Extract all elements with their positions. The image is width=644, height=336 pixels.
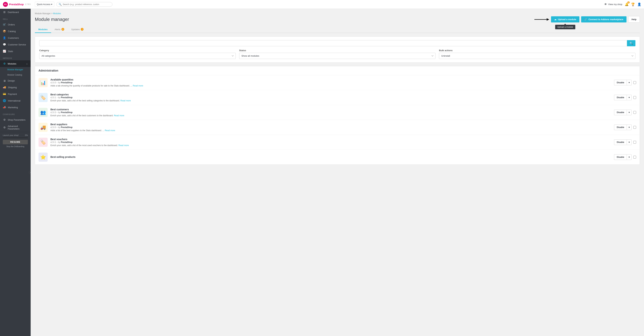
sidebar-collapse-button[interactable]: « xyxy=(29,171,31,174)
sidebar-item-shipping[interactable]: 🚚 Shipping xyxy=(0,84,31,91)
module-checkbox[interactable] xyxy=(633,81,636,84)
stats-icon: 📈 xyxy=(3,50,6,53)
module-info: Available quantities v2.0.0 - by PrestaS… xyxy=(50,78,611,87)
module-meta: v2.0.1 - by PrestaShop xyxy=(50,96,611,99)
progress-bar-bg xyxy=(3,137,28,138)
brand-name: PrestaShop xyxy=(9,3,24,6)
catalog-icon: 📦 xyxy=(3,30,6,33)
read-more-link[interactable]: Read more xyxy=(133,85,143,87)
module-search-button[interactable]: 🔍 xyxy=(627,40,636,46)
advanced-params-icon: ⚙ xyxy=(3,126,6,129)
upload-module-button[interactable]: ☁ Upload a module xyxy=(551,16,580,23)
tab-alerts[interactable]: Alerts 3 xyxy=(51,26,68,33)
read-more-link[interactable]: Read more xyxy=(118,144,129,147)
user-account-button[interactable]: 👤 xyxy=(637,3,641,6)
module-checkbox[interactable] xyxy=(633,96,636,99)
view-my-shop-link[interactable]: 👁 View my shop xyxy=(604,3,622,6)
module-actions: Disable ▾ xyxy=(614,95,636,100)
module-search-input[interactable] xyxy=(39,40,627,46)
module-action-dropdown[interactable]: ▾ xyxy=(627,110,632,115)
module-action-dropdown[interactable]: ▾ xyxy=(627,124,632,130)
module-info: Best customers v2.0.3 - by PrestaShop En… xyxy=(50,108,611,117)
quick-access-chevron-icon: ▾ xyxy=(51,3,52,6)
sidebar-item-stats[interactable]: 📈 Stats xyxy=(0,48,31,55)
category-filter-group: Category All categories xyxy=(39,49,236,59)
read-more-link[interactable]: Read more xyxy=(105,129,115,132)
stop-onboarding-link[interactable]: Stop the OnBoarding xyxy=(3,145,28,147)
connect-addons-button[interactable]: 🔗 Connect to Addons marketplace xyxy=(581,16,626,23)
sidebar-item-international[interactable]: 🌐 International xyxy=(0,97,31,104)
bulk-actions-label: Bulk actions xyxy=(439,49,636,52)
improve-section-label: IMPROVE xyxy=(0,55,31,60)
resume-button[interactable]: RESUME xyxy=(3,140,28,144)
sell-section-label: SELL xyxy=(0,16,31,21)
status-select[interactable]: Show all modules xyxy=(239,53,436,59)
quick-access-label: Quick Access xyxy=(37,3,50,6)
module-meta: v2.0.1 - by PrestaShop xyxy=(50,141,611,143)
tab-modules[interactable]: Modules xyxy=(35,26,51,33)
module-item: ⭐ Best-selling products Disable ▾ xyxy=(35,150,640,164)
module-action-dropdown[interactable]: ▾ xyxy=(627,139,632,145)
bulk-actions-select[interactable]: Uninstall xyxy=(439,53,636,59)
module-item: 📊 Available quantities v2.0.0 - by Prest… xyxy=(35,75,640,90)
sidebar-item-dashboard[interactable]: ⊞ Dashboard xyxy=(0,9,31,16)
module-section: Administration 📊 Available quantities v2… xyxy=(35,66,640,165)
search-icon: 🔍 xyxy=(59,3,62,6)
module-checkbox[interactable] xyxy=(633,141,636,144)
status-filter-label: Status xyxy=(239,49,436,52)
module-checkbox[interactable] xyxy=(633,111,636,114)
tab-updates[interactable]: Updates 7 xyxy=(68,26,87,33)
svg-text:PS: PS xyxy=(4,4,7,6)
module-desc: Enrich your stats, add a list of the bes… xyxy=(50,114,611,117)
breadcrumb-parent[interactable]: Module Manager xyxy=(35,12,50,15)
search-input[interactable] xyxy=(63,3,110,6)
disable-button[interactable]: Disable xyxy=(614,110,627,115)
shipping-icon: 🚚 xyxy=(3,86,6,89)
module-checkbox[interactable] xyxy=(633,156,636,158)
trophy-button[interactable]: 🏆 xyxy=(631,3,635,6)
module-name: Best vouchers xyxy=(50,138,611,141)
module-icon: ⭐ xyxy=(38,152,48,162)
disable-button[interactable]: Disable xyxy=(614,154,627,160)
sidebar-item-customer-service[interactable]: 💬 Customer Service xyxy=(0,41,31,48)
help-button[interactable]: Help xyxy=(628,16,640,23)
module-list: 📊 Available quantities v2.0.0 - by Prest… xyxy=(35,75,640,164)
international-icon: 🌐 xyxy=(3,99,6,102)
module-action-dropdown[interactable]: ▾ xyxy=(627,80,632,85)
disable-button[interactable]: Disable xyxy=(614,80,627,85)
sidebar-item-payment[interactable]: 💳 Payment xyxy=(0,91,31,97)
module-info: Best categories v2.0.1 - by PrestaShop E… xyxy=(50,93,611,102)
disable-button[interactable]: Disable xyxy=(614,124,627,130)
module-checkbox[interactable] xyxy=(633,126,636,129)
disable-button[interactable]: Disable xyxy=(614,139,627,145)
read-more-link[interactable]: Read more xyxy=(120,99,131,102)
sidebar-subitem-module-manager[interactable]: Module Manager xyxy=(0,67,31,72)
cloud-upload-icon: ☁ xyxy=(554,18,556,21)
sidebar-item-catalog[interactable]: 📦 Catalog xyxy=(0,28,31,35)
notifications-button[interactable]: 🔔 3 xyxy=(625,3,628,6)
alerts-badge: 3 xyxy=(62,28,64,31)
module-icon: 🚚 xyxy=(38,123,48,132)
module-action-dropdown[interactable]: ▾ xyxy=(627,95,632,100)
quick-access-button[interactable]: Quick Access ▾ xyxy=(35,2,54,7)
read-more-link[interactable]: Read more xyxy=(114,114,124,117)
module-actions: Disable ▾ xyxy=(614,124,636,130)
sidebar-item-orders[interactable]: 🛒 Orders xyxy=(0,21,31,28)
module-desc: Adds a tab showing the quantity of avail… xyxy=(50,85,611,87)
category-select[interactable]: All categories xyxy=(39,53,236,59)
module-item: 🏷️ Best categories v2.0.1 - by PrestaSho… xyxy=(35,90,640,105)
module-actions: Disable ▾ xyxy=(614,139,636,145)
connect-icon: 🔗 xyxy=(584,18,587,21)
sidebar-item-advanced-parameters[interactable]: ⚙ Advanced Parameters xyxy=(0,123,31,132)
sidebar-item-design[interactable]: 🖥 Design xyxy=(0,78,31,84)
sidebar-subitem-module-catalog[interactable]: Module Catalog xyxy=(0,72,31,78)
module-action-dropdown[interactable]: ▾ xyxy=(627,154,632,160)
configure-section-label: CONFIGURE xyxy=(0,111,31,116)
sidebar-item-shop-parameters[interactable]: ⚙ Shop Parameters xyxy=(0,116,31,123)
sidebar-item-modules[interactable]: ⚙ Modules ▲ xyxy=(0,60,31,67)
user-icon: 👤 xyxy=(637,3,641,6)
disable-button[interactable]: Disable xyxy=(614,95,627,100)
customer-service-icon: 💬 xyxy=(3,43,6,46)
sidebar-item-marketing[interactable]: 📣 Marketing xyxy=(0,104,31,111)
sidebar-item-customers[interactable]: 👤 Customers xyxy=(0,35,31,41)
